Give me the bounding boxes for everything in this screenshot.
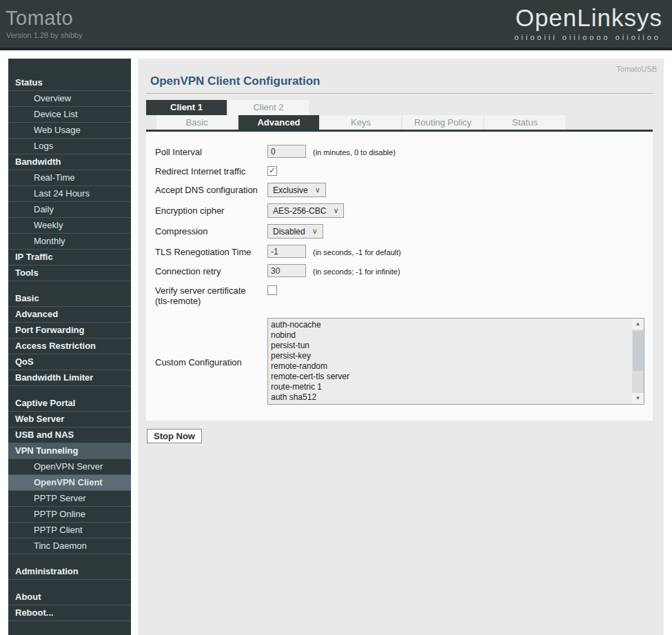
tab-client-2[interactable]: Client 2: [228, 100, 309, 115]
sidebar-item-captive-portal[interactable]: Captive Portal: [8, 396, 131, 412]
tab-routing-policy[interactable]: Routing Policy: [403, 115, 483, 130]
form-row-redirect-traffic: Redirect Internet traffic: [155, 164, 644, 177]
sidebar-item-logs[interactable]: Logs: [8, 139, 131, 154]
sidebar-item-weekly[interactable]: Weekly: [8, 218, 131, 234]
tomatousb-watermark: TomatoUSB: [616, 65, 657, 73]
compression-value: Disabled: [273, 227, 305, 236]
sidebar-gap: [8, 281, 131, 291]
form-row-accept-dns: Accept DNS configuration Exclusive ∨: [155, 183, 644, 197]
form-row-poll-interval: Poll Interval (in minutes, 0 to disable): [155, 145, 644, 158]
verify-cert-checkbox[interactable]: [267, 285, 277, 295]
tab-status[interactable]: Status: [485, 115, 565, 130]
sidebar-item-overview[interactable]: Overview: [8, 91, 131, 107]
form-row-verify-cert: Verify server certificate (tls-remote): [155, 283, 644, 306]
tls-renegotiation-input[interactable]: [267, 245, 306, 258]
openlinksys-binary: oiiooiii oiiioooo oiioiioo: [514, 33, 661, 41]
sidebar-item-openvpn-server[interactable]: OpenVPN Server: [8, 459, 131, 475]
custom-config-textarea-frame: auth-nocache nobind persist-tun persist-…: [267, 318, 644, 405]
redirect-traffic-checkbox[interactable]: [267, 166, 277, 176]
sidebar-item-administration[interactable]: Administration: [8, 564, 131, 580]
verify-cert-label: Verify server certificate (tls-remote): [155, 283, 267, 306]
sidebar-item-openvpn-client[interactable]: OpenVPN Client: [8, 475, 131, 491]
sidebar-nav: Status Overview Device List Web Usage Lo…: [8, 59, 131, 635]
sidebar-item-usb-and-nas[interactable]: USB and NAS: [8, 427, 131, 443]
scrollbar-thumb[interactable]: [633, 331, 643, 371]
form-row-encryption-cipher: Encryption cipher AES-256-CBC ∨: [155, 203, 644, 218]
sidebar-item-basic[interactable]: Basic: [8, 291, 131, 307]
form-row-custom-config: Custom Configuration auth-nocache nobind…: [155, 318, 644, 405]
sidebar-item-vpn-tunneling[interactable]: VPN Tunneling: [8, 443, 131, 459]
connection-retry-note: (in seconds; -1 for infinite): [313, 264, 400, 276]
sidebar-item-qos[interactable]: QoS: [8, 354, 131, 370]
tab-basic[interactable]: Basic: [156, 115, 237, 130]
accept-dns-select[interactable]: Exclusive ∨: [267, 183, 326, 197]
verify-cert-label-line2: (tls-remote): [155, 296, 201, 306]
scrollbar-track[interactable]: [632, 330, 644, 393]
advanced-form-panel: Poll Interval (in minutes, 0 to disable)…: [146, 132, 653, 421]
form-row-connection-retry: Connection retry (in seconds; -1 for inf…: [155, 264, 644, 277]
scroll-down-icon[interactable]: ▼: [632, 393, 644, 404]
sidebar-item-pptp-server[interactable]: PPTP Server: [8, 491, 131, 507]
tls-renegotiation-label: TLS Renegotiation Time: [155, 245, 267, 257]
tab-advanced[interactable]: Advanced: [238, 115, 319, 130]
custom-config-textarea[interactable]: auth-nocache nobind persist-tun persist-…: [268, 319, 632, 404]
sidebar-item-monthly[interactable]: Monthly: [8, 234, 131, 250]
redirect-traffic-label: Redirect Internet traffic: [155, 164, 267, 177]
sidebar-gap: [8, 386, 131, 396]
compression-label: Compression: [155, 224, 267, 236]
chevron-down-icon: ∨: [312, 227, 318, 236]
sidebar-item-last-24-hours[interactable]: Last 24 Hours: [8, 186, 131, 202]
scroll-up-icon[interactable]: ▲: [632, 319, 644, 330]
sidebar-item-web-server[interactable]: Web Server: [8, 412, 131, 427]
tab-client-1[interactable]: Client 1: [146, 100, 227, 115]
sidebar-item-real-time[interactable]: Real-Time: [8, 170, 131, 186]
app-header: Tomato Version 1.28 by shibby OpenLinksy…: [0, 0, 672, 50]
sidebar-gap: [8, 580, 131, 589]
sidebar-item-port-forwarding[interactable]: Port Forwarding: [8, 323, 131, 339]
sidebar-item-bandwidth-limiter[interactable]: Bandwidth Limiter: [8, 370, 131, 386]
chevron-down-icon: ∨: [333, 206, 338, 215]
sidebar-item-status[interactable]: Status: [8, 75, 131, 91]
sidebar-item-device-list[interactable]: Device List: [8, 107, 131, 123]
sidebar-gap: [8, 554, 131, 564]
poll-interval-label: Poll Interval: [155, 145, 267, 157]
verify-cert-label-line1: Verify server certificate: [155, 285, 246, 296]
custom-config-label: Custom Configuration: [155, 355, 267, 367]
sidebar-item-access-restriction[interactable]: Access Restriction: [8, 339, 131, 354]
sidebar-item-pptp-online[interactable]: PPTP Online: [8, 507, 131, 523]
section-tabs: Basic Advanced Keys Routing Policy Statu…: [156, 115, 664, 130]
textarea-scrollbar[interactable]: ▲ ▼: [632, 319, 644, 404]
sidebar-item-about[interactable]: About: [8, 589, 131, 605]
sidebar-item-advanced[interactable]: Advanced: [8, 307, 131, 323]
sidebar-item-daily[interactable]: Daily: [8, 202, 131, 218]
sidebar-item-bandwidth[interactable]: Bandwidth: [8, 154, 131, 170]
sidebar-item-tools[interactable]: Tools: [8, 265, 131, 281]
openlinksys-logo: OpenLinksys: [516, 4, 662, 32]
encryption-cipher-label: Encryption cipher: [155, 203, 267, 216]
encryption-cipher-select[interactable]: AES-256-CBC ∨: [267, 203, 344, 218]
chevron-down-icon: ∨: [315, 185, 320, 194]
connection-retry-label: Connection retry: [155, 264, 267, 276]
accept-dns-value: Exclusive: [273, 185, 308, 195]
sidebar-item-web-usage[interactable]: Web Usage: [8, 123, 131, 139]
main-content: TomatoUSB OpenVPN Client Configuration C…: [138, 59, 664, 635]
poll-interval-note: (in minutes, 0 to disable): [313, 145, 396, 157]
poll-interval-input[interactable]: [267, 145, 306, 158]
form-row-compression: Compression Disabled ∨: [155, 224, 644, 239]
connection-retry-input[interactable]: [267, 264, 306, 277]
brand-version: Version 1.28 by shibby: [6, 31, 83, 39]
tab-keys[interactable]: Keys: [320, 115, 401, 130]
brand-title: Tomato: [6, 7, 73, 30]
form-row-tls-renegotiation: TLS Renegotiation Time (in seconds, -1 f…: [155, 245, 644, 258]
page-title: OpenVPN Client Configuration: [150, 74, 664, 88]
sidebar-item-pptp-client[interactable]: PPTP Client: [8, 523, 131, 538]
sidebar-item-tinc-daemon[interactable]: Tinc Daemon: [8, 538, 131, 554]
title-divider: [146, 93, 653, 94]
encryption-cipher-value: AES-256-CBC: [273, 206, 326, 216]
client-tabs: Client 1 Client 2: [146, 100, 664, 115]
sidebar-item-ip-traffic[interactable]: IP Traffic: [8, 250, 131, 265]
sidebar-item-reboot[interactable]: Reboot...: [8, 605, 131, 621]
accept-dns-label: Accept DNS configuration: [155, 183, 267, 195]
stop-now-button[interactable]: Stop Now: [147, 429, 202, 443]
compression-select[interactable]: Disabled ∨: [267, 224, 323, 239]
